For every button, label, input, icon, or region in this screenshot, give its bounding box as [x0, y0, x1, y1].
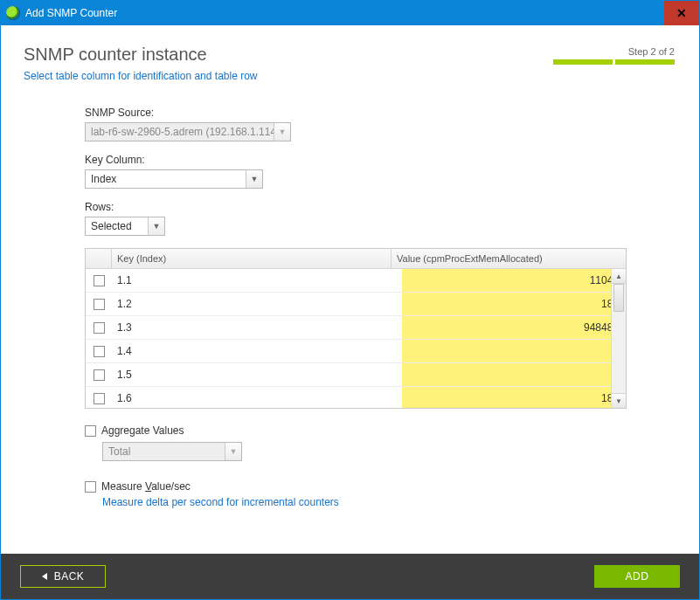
- scroll-track[interactable]: [612, 284, 626, 393]
- chevron-left-icon: [42, 573, 47, 580]
- cell-value: 180: [402, 387, 626, 408]
- rows-label: Rows:: [85, 201, 627, 213]
- scroll-thumb[interactable]: [613, 284, 624, 312]
- step-progress: [553, 59, 675, 65]
- table-row[interactable]: 1.4 0: [86, 340, 626, 363]
- add-button[interactable]: ADD: [594, 565, 680, 588]
- snmp-source-label: SNMP Source:: [85, 107, 627, 119]
- th-key[interactable]: Key (Index): [112, 249, 392, 268]
- rows-value: Selected: [86, 220, 148, 232]
- step-indicator: Step 2 of 2: [553, 46, 675, 65]
- rows-table: Key (Index) Value (cpmProcExtMemAllocate…: [85, 248, 627, 409]
- add-label: ADD: [626, 570, 649, 583]
- th-checkbox: [86, 249, 112, 268]
- aggregate-method-select: Total ▼: [102, 442, 242, 461]
- cell-key: 1.2: [112, 298, 402, 310]
- cell-key: 1.3: [112, 321, 402, 334]
- field-rows: Rows: Selected ▼: [85, 201, 627, 236]
- step-bar-2: [615, 59, 675, 65]
- table-row[interactable]: 1.6 180: [86, 387, 626, 408]
- key-column-label: Key Column:: [85, 154, 627, 166]
- row-checkbox[interactable]: [94, 275, 105, 286]
- row-checkbox[interactable]: [94, 369, 105, 381]
- measure-label: Measure Value/sec: [101, 480, 191, 493]
- table-body: 1.1 11040 1.2 180 1.3 948480: [86, 269, 626, 408]
- measure-option: Measure Value/sec: [85, 480, 627, 493]
- key-column-value: Index: [86, 173, 246, 185]
- step-label: Step 2 of 2: [553, 46, 675, 57]
- content-area: Step 2 of 2 SNMP counter instance Select…: [1, 25, 699, 554]
- cell-key: 1.6: [112, 392, 402, 404]
- step-bar-1: [553, 59, 613, 65]
- table-header: Key (Index) Value (cpmProcExtMemAllocate…: [86, 249, 626, 269]
- aggregate-option: Aggregate Values: [85, 424, 627, 437]
- cell-value: 0: [402, 340, 626, 362]
- row-checkbox[interactable]: [94, 322, 105, 334]
- chevron-down-icon: ▼: [225, 443, 241, 460]
- table-row[interactable]: 1.3 948480: [86, 316, 626, 340]
- chevron-down-icon[interactable]: ▼: [148, 217, 164, 235]
- close-button[interactable]: ✕: [664, 1, 699, 25]
- measure-hint: Measure delta per second for incremental…: [102, 496, 627, 508]
- table-row[interactable]: 1.2 180: [86, 293, 626, 316]
- back-label: BACK: [54, 570, 85, 583]
- cell-value: 0: [402, 363, 626, 386]
- chevron-down-icon[interactable]: ▼: [246, 170, 262, 188]
- table-row[interactable]: 1.1 11040: [86, 269, 626, 293]
- cell-key: 1.1: [112, 274, 402, 286]
- snmp-source-select: lab-r6-sw-2960-5.adrem (192.168.1.114) ▼: [85, 122, 291, 141]
- vertical-scrollbar[interactable]: ▲ ▼: [611, 269, 626, 408]
- aggregate-method-row: Total ▼: [85, 442, 627, 461]
- measure-label-prefix: Measure: [101, 480, 145, 493]
- app-icon: [6, 6, 20, 20]
- window-title: Add SNMP Counter: [25, 7, 664, 19]
- cell-key: 1.4: [112, 345, 402, 357]
- back-button[interactable]: BACK: [20, 565, 106, 588]
- snmp-source-value: lab-r6-sw-2960-5.adrem (192.168.1.114): [86, 126, 274, 138]
- scroll-down-icon[interactable]: ▼: [612, 393, 626, 408]
- form-area: SNMP Source: lab-r6-sw-2960-5.adrem (192…: [85, 107, 627, 508]
- chevron-down-icon: ▼: [274, 123, 290, 141]
- scroll-up-icon[interactable]: ▲: [612, 269, 626, 284]
- table-row[interactable]: 1.5 0: [86, 363, 626, 387]
- aggregate-label: Aggregate Values: [101, 424, 184, 437]
- field-key-column: Key Column: Index ▼: [85, 154, 627, 189]
- key-column-select[interactable]: Index ▼: [85, 169, 263, 189]
- aggregate-checkbox[interactable]: [85, 425, 96, 437]
- cell-value: 11040: [402, 269, 626, 292]
- footer: BACK ADD: [1, 554, 699, 599]
- field-snmp-source: SNMP Source: lab-r6-sw-2960-5.adrem (192…: [85, 107, 627, 141]
- row-checkbox[interactable]: [94, 393, 105, 404]
- aggregate-method-value: Total: [103, 445, 225, 458]
- cell-value: 948480: [402, 316, 626, 339]
- page-subtitle: Select table column for identification a…: [24, 70, 676, 82]
- th-value[interactable]: Value (cpmProcExtMemAllocated): [392, 249, 626, 268]
- row-checkbox[interactable]: [94, 346, 105, 357]
- titlebar: Add SNMP Counter ✕: [1, 1, 699, 25]
- cell-key: 1.5: [112, 369, 402, 381]
- close-icon: ✕: [676, 6, 687, 20]
- measure-checkbox[interactable]: [85, 481, 96, 493]
- row-checkbox[interactable]: [94, 299, 105, 310]
- cell-value: 180: [402, 293, 626, 315]
- dialog-window: Add SNMP Counter ✕ Step 2 of 2 SNMP coun…: [0, 0, 700, 600]
- rows-select[interactable]: Selected ▼: [85, 217, 165, 236]
- measure-label-suffix: alue/sec: [151, 480, 191, 493]
